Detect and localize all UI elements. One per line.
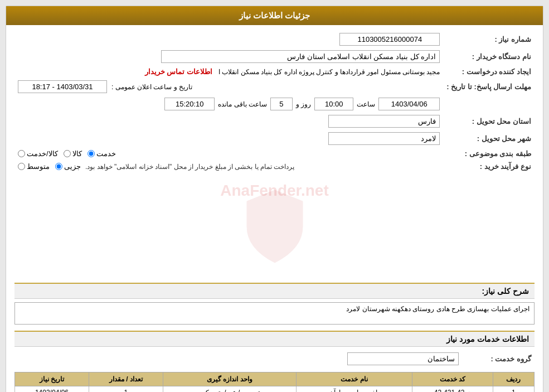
response-deadline-label: مهلت ارسال پاسخ: تا تاریخ :	[443, 78, 535, 95]
remaining-label: ساعت باقی مانده	[218, 100, 267, 108]
col-row-num: ردیف	[493, 372, 534, 386]
need-number-value: 1103005216000074	[339, 33, 440, 46]
service-group-value: ساختمان	[347, 352, 459, 365]
announce-date-value: 1403/03/31 - 18:17	[18, 80, 107, 93]
col-need-date: تاریخ نیاز	[15, 372, 89, 386]
services-info-label: اطلاعات خدمات مورد نیاز	[446, 335, 529, 343]
radio-goods-service[interactable]: کالا/خدمت	[18, 149, 58, 158]
col-service-code: کد خدمت	[412, 372, 493, 386]
watermark-area: AnaFender.net	[14, 176, 535, 278]
province-label: استان محل تحویل :	[443, 113, 535, 130]
radio-medium-input[interactable]	[18, 163, 25, 170]
creator-label: ایجاد کننده درخواست :	[443, 65, 535, 78]
radio-service-label: خدمت	[96, 149, 116, 158]
city-label: شهر محل تحویل :	[443, 130, 535, 147]
province-value: فارس	[328, 115, 440, 128]
page-header: جزئیات اطلاعات نیاز	[6, 6, 543, 25]
need-number-label: شماره نیاز :	[443, 31, 535, 48]
radio-medium[interactable]: متوسط	[18, 162, 50, 171]
services-info-section-title: اطلاعات خدمات مورد نیاز	[14, 331, 535, 347]
day-value: 5	[270, 98, 293, 110]
col-service-name: نام خدمت	[296, 372, 412, 386]
site-watermark-text: AnaFender.net	[220, 182, 328, 200]
remaining-time: 15:20:10	[164, 98, 215, 110]
need-summary-section-title: شرح کلی نیاز:	[14, 283, 535, 299]
contact-link[interactable]: اطلاعات تماس خریدار	[145, 67, 212, 76]
city-value: لامرد	[328, 132, 440, 145]
creator-value: مجید بوستانی مسئول امور قراردادها و کنتر…	[218, 68, 440, 76]
need-summary-label: شرح کلی نیاز:	[482, 287, 529, 296]
buyer-org-value: اداره کل بنیاد مسکن انقلاب اسلامی استان …	[161, 50, 440, 63]
radio-service-input[interactable]	[88, 150, 95, 157]
radio-partial[interactable]: جزیی	[55, 162, 81, 171]
category-label: طبقه بندی موضوعی :	[443, 147, 535, 160]
service-group-label: گروه خدمت :	[462, 350, 535, 367]
announce-date-label: تاریخ و ساعت اعلان عمومی :	[111, 83, 192, 91]
radio-goods-label: کالا	[72, 149, 82, 158]
day-label: روز و	[296, 100, 311, 108]
radio-service[interactable]: خدمت	[88, 149, 116, 158]
buyer-org-label: نام دستگاه خریدار :	[443, 48, 535, 65]
radio-medium-label: متوسط	[27, 162, 50, 171]
table-row: 1ج-42-421-42ساخت جاده و راه‌آهنمتر مربع/…	[15, 386, 535, 393]
time-value: 10:00	[314, 98, 353, 110]
radio-partial-input[interactable]	[55, 163, 62, 170]
need-summary-textarea[interactable]	[14, 302, 535, 325]
purchase-desc: پرداخت تمام یا بخشی از مبلغ خریدار از مح…	[85, 163, 294, 171]
time-label: ساعت	[357, 100, 375, 108]
radio-goods-input[interactable]	[64, 150, 71, 157]
radio-goods-service-input[interactable]	[18, 150, 25, 157]
page-title: جزئیات اطلاعات نیاز	[239, 11, 310, 20]
services-table: ردیف کد خدمت نام خدمت واحد اندازه گیری ت…	[14, 372, 535, 392]
base-date: 1403/04/06	[378, 98, 440, 110]
purchase-type-label: نوع فرآیند خرید :	[443, 160, 535, 173]
radio-goods-service-label: کالا/خدمت	[27, 149, 58, 158]
radio-goods[interactable]: کالا	[64, 149, 82, 158]
col-unit: واحد اندازه گیری	[163, 372, 296, 386]
radio-partial-label: جزیی	[64, 162, 81, 171]
col-quantity: تعداد / مقدار	[89, 372, 163, 386]
